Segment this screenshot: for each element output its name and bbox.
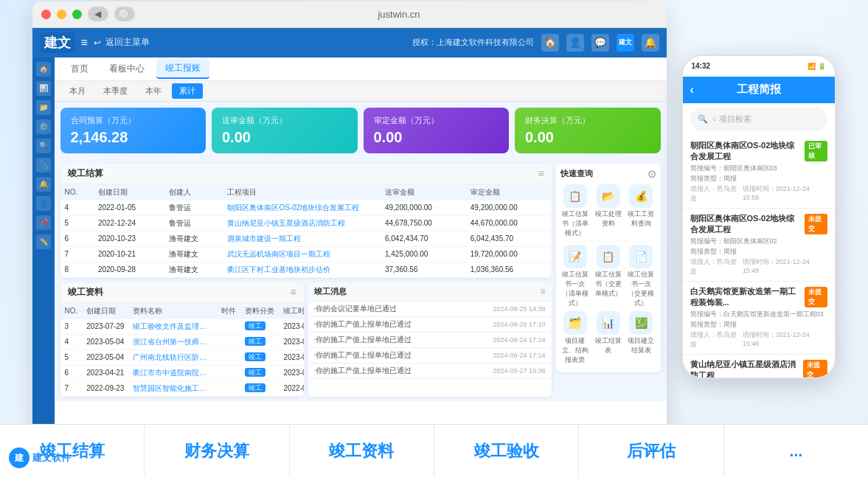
quick-icon-item[interactable]: 🗂️ 项目建立、结构报表类 (560, 311, 591, 365)
brand-icon[interactable]: 建文 (617, 34, 634, 52)
table-cell: 武汉无远机场南区项目一期工程 (223, 246, 380, 262)
phone-back-button[interactable]: ‹ (690, 83, 694, 97)
phone-list-item[interactable]: 白天鹅宾馆更新改造第一期工程装饰装... 未提交 简报编号：白天鹅宾馆更新改造第… (683, 282, 835, 355)
table-row[interactable]: 52022-12-24鲁管运黄山纳尼亚小镇五星级酒店消防工程44,678,750… (60, 215, 552, 231)
forward-nav-button[interactable]: ⚪ (114, 7, 135, 21)
m-col-name: 资料名称 (128, 303, 217, 319)
sidebar-icon-home[interactable]: 🏠 (36, 62, 51, 77)
news-item[interactable]: ·你的施工产值上报单地已通过2024-06-24 17:14 (308, 348, 552, 363)
phone-item-org-label: 简报编号：朝阳区奥体南区03 (690, 164, 827, 173)
bottom-evaluation-button[interactable]: 后评估 (579, 425, 723, 477)
table-cell: 4 (60, 201, 94, 216)
table-row[interactable]: 72020-10-21渔哥建文武汉无远机场南区项目一期工程1,425,000.0… (60, 246, 552, 262)
bottom-finance-button[interactable]: 财务决算 (145, 425, 289, 477)
sidebar-icon-chart[interactable]: 📊 (36, 81, 51, 96)
phone-list-item[interactable]: 朝阳区奥体南区OS-02地块综合发展工程 未提交 简报编号：朝阳区奥体南区02 … (683, 209, 835, 282)
news-item[interactable]: ·你的施工产值上报单地已通过2024-06-24 17:14 (308, 332, 552, 348)
tab-quarter[interactable]: 本季度 (96, 83, 135, 99)
table-row[interactable]: 42022-01-05鲁管运朝阳区奥体南区OS-02地块综合发展工程49,200… (60, 201, 552, 216)
table-row[interactable]: 62020-10-23渔哥建文泗泉城市建设一期工程6,042,434.706,0… (60, 231, 552, 246)
phone-title: 工程简报 (737, 83, 781, 97)
table-row[interactable]: 82020-09-28渔哥建文衢江区下村工业基地块初步估价37,360.561,… (60, 262, 552, 277)
phone-list-item[interactable]: 黄山纳尼亚小镇五星级酒店消防工程 未提交 简报编号：黄山纳尼亚小镇五星级酒店消防… (683, 355, 835, 377)
table-cell: 智慧园区智能化施工交工... (128, 380, 217, 396)
news-header: 竣工消息 ≡ (308, 282, 552, 302)
stat-value-finance: 0.00 (525, 129, 650, 146)
phone-item-title: 朝阳区奥体南区OS-02地块综合发展工程 已审核 (690, 140, 827, 162)
stats-row: 合同预算（万元） 2,146.28 送审金额（万元） 0.00 审定金额（万元）… (55, 102, 667, 159)
sidebar-icon-folder[interactable]: 📁 (36, 100, 51, 115)
sidebar-icon-pin[interactable]: 📌 (36, 215, 51, 230)
sidebar-icon-user[interactable]: 👤 (36, 196, 51, 211)
table-row[interactable]: 92019-11-04渔哥建文海城未来中心委员会下水道管理工程项目20,000.… (60, 277, 552, 278)
col-submit-amount: 送审金额 (381, 184, 466, 201)
table-row[interactable]: 72022-09-23智慧园区智能化施工交工...竣工2022-09-22衢江市… (60, 380, 304, 396)
news-item[interactable]: ·你的施工产值上报单地已通过2024-06-26 17:10 (308, 317, 552, 332)
quick-icon-item[interactable]: 📂 竣工处理资料 (593, 184, 623, 238)
phone-battery-icon: 🔋 (818, 63, 826, 70)
quick-icon-item[interactable]: 💰 竣工工资料查询 (626, 184, 656, 238)
menu-icon[interactable]: ≡ (81, 36, 88, 49)
table-row[interactable]: 52023-05-04广州南北线轨行区阶段性进...竣工2023-04-21本月… (60, 349, 304, 365)
table-cell: 7 (60, 380, 83, 396)
table-cell: 1,425,000.00 (381, 246, 466, 262)
sidebar-icon-settings[interactable]: ⚙️ (36, 119, 51, 134)
tab-total[interactable]: 累计 (172, 83, 203, 99)
material-table: NO. 创建日期 资料名称 时件 资料分类 竣工时间 文件说明 (60, 303, 304, 397)
quick-icon-item[interactable]: 📄 竣工估算书一次（交更模式） (626, 245, 656, 308)
url-bar[interactable]: justwin.cn (141, 9, 658, 20)
maximize-button[interactable] (72, 10, 82, 19)
quick-icon-item[interactable]: 📝 竣工估算书一次（清单模式） (560, 245, 591, 308)
phone-search[interactable]: 🔍 ○ 项目检索 (690, 108, 827, 131)
table-row[interactable]: 42023-05-04浙江省台州第一技师学院p...竣工2023-04-14浙江… (60, 334, 304, 349)
back-to-main-nav[interactable]: ↩ 返回主菜单 (94, 36, 150, 49)
close-button[interactable] (41, 10, 51, 19)
quick-icon-item[interactable]: 📋 竣工估算书（清单模式） (560, 184, 591, 238)
notification-icon[interactable]: 🔔 (642, 34, 659, 52)
tab-month[interactable]: 本月 (62, 83, 93, 99)
table-row[interactable]: 62023-04-21衢江市市中道院南院改建项目竣工2023-04-19衢江市中… (60, 365, 304, 380)
bottom-more-button[interactable]: ... (724, 425, 868, 477)
news-more-icon[interactable]: ≡ (541, 286, 546, 296)
bottom-acceptance-button[interactable]: 竣工验收 (434, 425, 579, 477)
news-item[interactable]: ·你的施工产值上报单地已通过2024-05-27 19:36 (308, 363, 552, 379)
table-cell: 广州南北线轨行区阶段性进... (128, 349, 217, 365)
back-nav-button[interactable]: ◀ (88, 7, 108, 21)
minimize-button[interactable] (57, 10, 66, 19)
table-cell: 竣工 (240, 349, 279, 365)
sub-nav-dashboard[interactable]: 看板中心 (100, 60, 153, 78)
sidebar-icon-edit[interactable]: ✏️ (36, 234, 51, 249)
news-date: 2024-06-24 17:14 (493, 336, 546, 344)
home-icon[interactable]: 🏠 (541, 34, 559, 52)
phone-item-submitter: 填报人：邑鸟资造 (690, 257, 743, 276)
news-text: ·你的施工产值上报单地已通过 (314, 319, 490, 330)
quick-query-more-icon[interactable]: ⊙ (647, 168, 656, 180)
sidebar-icon-bell[interactable]: 🔔 (36, 177, 51, 192)
quick-icon-item[interactable]: 💹 项目建立结算表 (626, 311, 656, 365)
stat-card-contract: 合同预算（万元） 2,146.28 (60, 108, 206, 153)
news-item[interactable]: ·你的会议记要单地已通过2024-08-25 14:38 (308, 302, 552, 317)
table-cell: 1,036,360.56 (466, 262, 552, 277)
bottom-tables: 竣工资料 ≡ NO. 创建日期 资料名称 (60, 282, 552, 397)
nav-label: 返回主菜单 (105, 36, 150, 49)
sidebar-icon-search[interactable]: 🔍 (36, 139, 51, 153)
news-text: ·你的会议记要单地已通过 (314, 304, 490, 314)
tab-year[interactable]: 本年 (138, 83, 169, 99)
phone-list-item[interactable]: 朝阳区奥体南区OS-02地块综合发展工程 已审核 简报编号：朝阳区奥体南区03 … (683, 136, 835, 209)
user-icon[interactable]: 👤 (566, 34, 584, 52)
quick-icon-item[interactable]: 📊 竣工结算表 (593, 311, 623, 365)
sub-nav-home[interactable]: 首页 (62, 60, 97, 78)
bottom-material-button[interactable]: 竣工资料 (290, 425, 434, 477)
message-icon[interactable]: 💬 (591, 34, 609, 52)
news-date: 2024-06-24 17:14 (493, 352, 546, 359)
settlement-more-icon[interactable]: ≡ (538, 167, 544, 179)
material-more-icon[interactable]: ≡ (290, 286, 296, 298)
sub-nav-completion[interactable]: 竣工报账 (156, 59, 209, 79)
quick-icon-item[interactable]: 📋 竣工估算书（交更单模式） (593, 245, 623, 308)
table-row[interactable]: 32023-07-29竣工验收文件及监理意见竣工2023-07-14衢江市中医院… (60, 319, 304, 335)
app-logo: 建文 (40, 32, 75, 53)
stat-label-submit: 送审金额（万元） (222, 115, 347, 126)
sidebar-icon-clip[interactable]: 📎 (36, 158, 51, 173)
table-cell: 2023-07-14 (279, 319, 303, 335)
news-date: 2024-05-27 19:36 (493, 367, 546, 375)
